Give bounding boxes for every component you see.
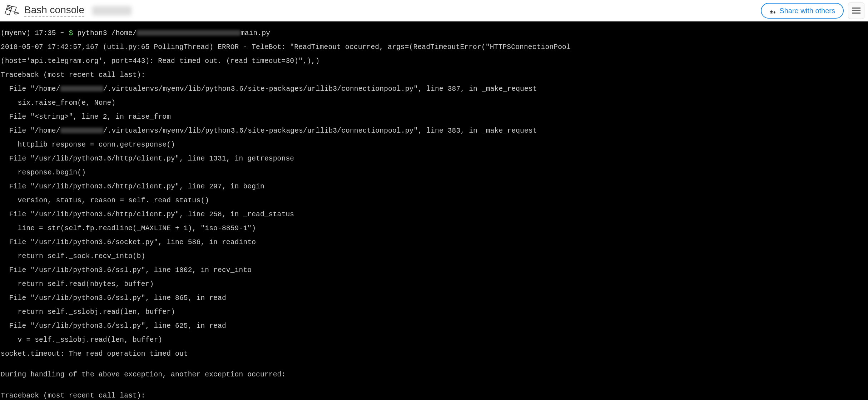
share-button-label: Share with others [779, 7, 835, 14]
share-button[interactable]: Share with others [761, 3, 844, 19]
terminal-line: response.begin() [1, 169, 867, 177]
terminal-line: v = self._sslobj.read(len, buffer) [1, 337, 867, 344]
terminal-line: File "/usr/lib/python3.6/http/client.py"… [1, 211, 867, 218]
page-title[interactable]: Bash console [24, 4, 84, 18]
header-bar: Bash console Share with others [0, 0, 868, 21]
path-redacted [60, 86, 103, 92]
share-icon [769, 8, 777, 14]
logo-icon[interactable] [4, 3, 19, 19]
svg-marker-2 [5, 9, 11, 15]
terminal-line: File "/usr/lib/python3.6/http/client.py"… [1, 155, 867, 163]
terminal-line: Traceback (most recent call last): [1, 392, 867, 400]
prompt-env: (myenv) 17:35 [1, 29, 60, 37]
hamburger-icon [852, 10, 860, 11]
terminal-line: File "/usr/lib/python3.6/ssl.py", line 1… [1, 267, 867, 274]
terminal-line: six.raise_from(e, None) [1, 100, 867, 107]
terminal-output[interactable]: (myenv) 17:35 ~ $ python3 /home/main.py … [0, 21, 868, 400]
terminal-line: version, status, reason = self._read_sta… [1, 197, 867, 204]
terminal-line: File "/usr/lib/python3.6/http/client.py"… [1, 183, 867, 191]
header-right: Share with others [761, 3, 864, 19]
terminal-line: socket.timeout: The read operation timed… [1, 351, 867, 358]
terminal-line: Traceback (most recent call last): [1, 72, 867, 79]
prompt-dollar: $ [69, 29, 77, 37]
terminal-line: File "/usr/lib/python3.6/ssl.py", line 6… [1, 323, 867, 330]
terminal-line: File "/home//.virtualenvs/myenv/lib/pyth… [1, 86, 867, 93]
terminal-line: 2018-05-07 17:42:57,167 (util.py:65 Poll… [1, 44, 867, 51]
terminal-line: File "/usr/lib/python3.6/socket.py", lin… [1, 239, 867, 246]
terminal-prompt-line: (myenv) 17:35 ~ $ python3 /home/main.py [1, 30, 867, 37]
prompt-tilde: ~ [60, 29, 69, 37]
terminal-line: During handling of the above exception, … [1, 371, 867, 379]
terminal-line: File "/usr/lib/python3.6/ssl.py", line 8… [1, 295, 867, 302]
terminal-line: return self.read(nbytes, buffer) [1, 281, 867, 288]
terminal-line: (host='api.telegram.org', port=443): Rea… [1, 58, 867, 65]
console-id-redacted [92, 6, 132, 15]
prompt-cmd-post: main.py [240, 29, 270, 37]
terminal-line: File "<string>", line 2, in raise_from [1, 114, 867, 121]
path-redacted [60, 128, 103, 133]
terminal-line: File "/home//.virtualenvs/myenv/lib/pyth… [1, 128, 867, 135]
terminal-line: return self._sslobj.read(len, buffer) [1, 309, 867, 316]
terminal-line: line = str(self.fp.readline(_MAXLINE + 1… [1, 225, 867, 232]
svg-marker-1 [11, 6, 16, 11]
cmd-path-redacted [137, 30, 240, 36]
prompt-cmd-pre: python3 /home/ [77, 29, 137, 37]
terminal-line: httplib_response = conn.getresponse() [1, 142, 867, 149]
header-left: Bash console [4, 3, 132, 19]
menu-button[interactable] [848, 3, 864, 19]
terminal-line: return self._sock.recv_into(b) [1, 253, 867, 260]
